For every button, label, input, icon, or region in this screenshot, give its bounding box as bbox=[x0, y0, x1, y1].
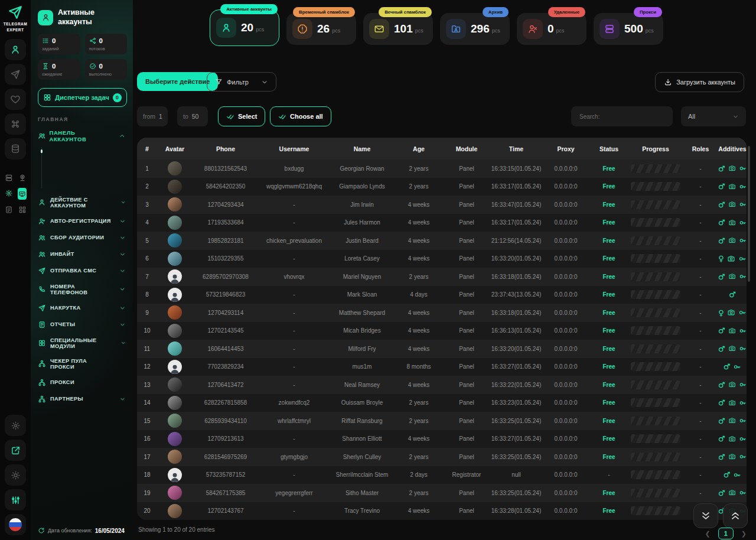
table-row[interactable]: 1012702143545-Micah Bridges4 weeksPanel1… bbox=[137, 322, 747, 340]
male-icon[interactable]: ♂ bbox=[729, 291, 736, 298]
column-header[interactable]: Avatar bbox=[157, 145, 193, 152]
sidebar-menu-item[interactable]: ИНВАЙТ bbox=[31, 246, 133, 262]
search-input[interactable] bbox=[578, 113, 666, 121]
key-icon[interactable] bbox=[739, 344, 747, 353]
column-header[interactable]: Username bbox=[259, 145, 330, 152]
qr-icon[interactable] bbox=[18, 204, 27, 215]
status-card[interactable]: Временный спамблок 26pcs bbox=[286, 13, 356, 45]
key-icon[interactable] bbox=[739, 164, 747, 173]
heart-icon[interactable] bbox=[5, 89, 26, 110]
theme-icon[interactable] bbox=[5, 464, 26, 486]
table-row[interactable]: 762895702970308vhovrqxMariel Nguyen2 yea… bbox=[137, 268, 747, 286]
table-row[interactable]: 417193533684-Jules Harmon4 weeksPanel16:… bbox=[137, 214, 747, 232]
choose-action-button[interactable]: Выберите действие bbox=[137, 72, 218, 91]
male-icon[interactable]: ♂ bbox=[718, 165, 725, 173]
table-row[interactable]: 18801321562543bxduggGeorgian Rowan2 year… bbox=[137, 160, 747, 178]
external-link-icon[interactable] bbox=[5, 440, 26, 461]
webcam-icon[interactable] bbox=[18, 173, 27, 183]
status-card[interactable]: Активные аккаунты 20pcs bbox=[210, 9, 279, 46]
sidebar-subitem[interactable] bbox=[42, 172, 133, 180]
column-header[interactable]: Phone bbox=[193, 145, 259, 152]
column-header[interactable]: Module bbox=[443, 145, 490, 152]
sidebar-menu-item[interactable]: НАКРУТКА bbox=[31, 300, 133, 316]
column-header[interactable]: Additives bbox=[718, 145, 747, 152]
choose-all-button[interactable]: Choose all bbox=[270, 106, 331, 126]
sidebar-menu-item[interactable]: ПРОКСИ bbox=[31, 374, 133, 391]
key-icon[interactable] bbox=[739, 380, 747, 389]
male-icon[interactable]: ♂ bbox=[718, 489, 725, 497]
column-header[interactable]: Name bbox=[330, 145, 395, 152]
column-header[interactable]: Proxy bbox=[542, 145, 589, 152]
upload-accounts-button[interactable]: Загрузить аккаунты bbox=[655, 72, 744, 92]
sidebar-subitem[interactable] bbox=[42, 180, 133, 188]
male-icon[interactable]: ♂ bbox=[718, 273, 725, 281]
key-icon[interactable] bbox=[739, 272, 747, 281]
male-icon[interactable]: ♂ bbox=[718, 381, 725, 389]
scroll-to-top-button[interactable] bbox=[723, 503, 748, 528]
key-icon[interactable] bbox=[739, 219, 747, 227]
column-header[interactable]: Age bbox=[395, 145, 443, 152]
to-input[interactable]: to 50 bbox=[177, 106, 208, 126]
current-page[interactable]: 1 bbox=[718, 528, 734, 539]
select-button[interactable]: Select bbox=[218, 106, 265, 126]
sidebar-item-accounts-panel[interactable]: ПАНЕЛЬ АККАУНТОВ bbox=[31, 122, 133, 142]
table-row[interactable]: 2584264202350wqglgvmwm6218qhqGiampaolo L… bbox=[137, 178, 747, 196]
monitor-icon[interactable] bbox=[18, 188, 27, 200]
next-page-icon[interactable]: ❯ bbox=[741, 530, 747, 538]
camera-icon[interactable] bbox=[728, 435, 736, 443]
scroll-to-bottom-button[interactable] bbox=[693, 503, 718, 528]
camera-icon[interactable] bbox=[728, 164, 736, 173]
settings-icon[interactable] bbox=[5, 415, 26, 436]
filter-button[interactable]: Фильтр bbox=[207, 72, 276, 92]
sidebar-menu-item[interactable]: ЧЕКЕР ПУЛА ПРОКСИ bbox=[31, 353, 133, 374]
column-header[interactable]: Roles bbox=[683, 145, 718, 152]
sidebar-subitem[interactable] bbox=[42, 147, 133, 155]
prev-page-icon[interactable]: ❮ bbox=[705, 530, 711, 538]
table-row[interactable]: 519852823181chicken_prevaluationJustin B… bbox=[137, 232, 747, 250]
table-row[interactable]: 615103229355-Loreta Casey4 weeksPanel16:… bbox=[137, 250, 747, 268]
server-icon[interactable] bbox=[5, 173, 13, 183]
table-row[interactable]: 176281546975269gtymgbgjoSherlyn Culley2 … bbox=[137, 448, 747, 466]
table-row[interactable]: 156285939434110whrlaffctmrylRiffat Ransb… bbox=[137, 412, 747, 430]
camera-icon[interactable] bbox=[728, 453, 736, 461]
language-flag-ru[interactable] bbox=[5, 514, 26, 535]
male-icon[interactable]: ♂ bbox=[718, 201, 725, 209]
camera-icon[interactable] bbox=[728, 236, 736, 245]
camera-icon[interactable] bbox=[728, 344, 736, 353]
sidebar-subitem[interactable] bbox=[42, 155, 133, 164]
key-icon[interactable] bbox=[739, 399, 747, 407]
camera-icon[interactable] bbox=[728, 417, 736, 425]
column-header[interactable]: Status bbox=[589, 145, 628, 152]
key-icon[interactable] bbox=[739, 327, 747, 335]
document-icon[interactable] bbox=[5, 204, 13, 215]
sidebar-menu-item[interactable]: НОМЕРА ТЕЛЕФОНОВ bbox=[31, 279, 133, 300]
send-icon[interactable] bbox=[5, 64, 26, 85]
column-header[interactable]: # bbox=[137, 145, 157, 152]
male-icon[interactable]: ♂ bbox=[718, 219, 725, 226]
female-icon[interactable]: ♀ bbox=[718, 309, 724, 317]
table-row[interactable]: 1312706413472-Neal Ramsey4 weeksPanel16:… bbox=[137, 376, 747, 394]
status-card[interactable]: Удаленные 0pcs bbox=[517, 13, 586, 45]
male-icon[interactable]: ♂ bbox=[718, 399, 725, 406]
key-icon[interactable] bbox=[739, 200, 747, 209]
key-icon[interactable] bbox=[733, 471, 741, 479]
camera-icon[interactable] bbox=[728, 272, 736, 281]
camera-icon[interactable] bbox=[728, 399, 736, 407]
table-row[interactable]: 312704293434-Jim Irwin4 weeksPanel16:33:… bbox=[137, 196, 747, 214]
key-icon[interactable] bbox=[738, 308, 747, 317]
sidebar-menu-item[interactable]: ДЕЙСТВИЕ С АККАУНТОМ bbox=[31, 192, 133, 213]
key-icon[interactable] bbox=[739, 183, 747, 191]
camera-icon[interactable] bbox=[727, 308, 735, 317]
task-manager-button[interactable]: Диспетчер задач 0 bbox=[38, 88, 127, 107]
status-card[interactable]: Вечный спамблок 101pcs bbox=[363, 13, 433, 45]
camera-icon[interactable] bbox=[728, 327, 736, 335]
table-row[interactable]: 8573219846823-Mark Sloan4 daysPanel23:37… bbox=[137, 286, 747, 304]
sidebar-menu-item[interactable]: ОТПРАВКА СМС bbox=[31, 262, 133, 279]
female-icon[interactable]: ♀ bbox=[718, 255, 724, 262]
male-icon[interactable]: ♂ bbox=[724, 471, 731, 479]
male-icon[interactable]: ♂ bbox=[718, 417, 725, 425]
table-row[interactable]: 1277023829234-mus1m8 monthsPanel16:33:27… bbox=[137, 358, 747, 376]
table-row[interactable]: 19584267175385yegegrerrgferrSitho Master… bbox=[137, 484, 747, 502]
sidebar-menu-item[interactable]: ПАРТНЕРЫ bbox=[31, 391, 133, 407]
male-icon[interactable]: ♂ bbox=[718, 237, 725, 245]
